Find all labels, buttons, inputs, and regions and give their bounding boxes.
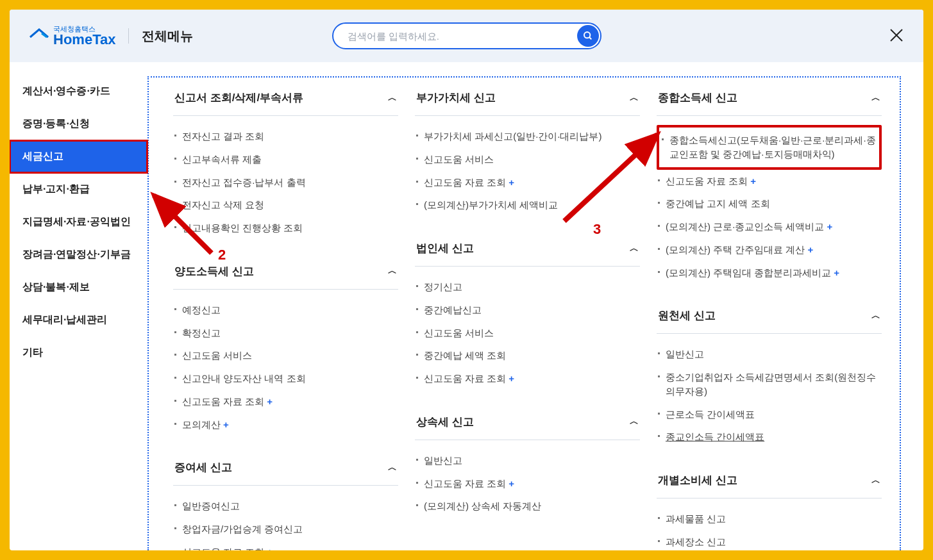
list-item[interactable]: (모의계산) 근로·종교인소득 세액비교+ [657, 215, 882, 238]
sidebar-item-incentive[interactable]: 장려금·연말정산·기부금 [10, 238, 147, 271]
list-item[interactable]: 신고도움 서비스 [415, 322, 640, 345]
group-inherit-tax: 상속세 신고 ︿ 일반신고 신고도움 자료 조회+ (모의계산) 상속세 자동계… [415, 402, 640, 518]
main-content: 신고서 조회/삭제/부속서류 ︿ 전자신고 결과 조회 신고부속서류 제출 전자… [147, 76, 901, 550]
list-item[interactable]: 중소기업취업자 소득세감면명세서 조회(원천징수의무자용) [657, 366, 882, 403]
sidebar-item-consult[interactable]: 상담·불복·제보 [10, 271, 147, 304]
plus-icon: + [509, 373, 514, 384]
sidebar-item-statement[interactable]: 지급명세·자료·공익법인 [10, 206, 147, 238]
list-item[interactable]: 신고안내 양도자산 내역 조회 [173, 367, 398, 390]
svg-point-0 [584, 32, 590, 38]
group-header[interactable]: 상속세 신고 ︿ [415, 402, 640, 440]
column-1: 신고서 조회/삭제/부속서류 ︿ 전자신고 결과 조회 신고부속서류 제출 전자… [173, 78, 398, 550]
plus-icon: + [509, 478, 514, 489]
logo[interactable]: 국세청홈택스 HomeTax [29, 26, 115, 47]
sidebar-item-payment[interactable]: 납부·고지·환급 [10, 173, 147, 206]
chevron-up-icon: ︿ [871, 475, 880, 486]
list-item[interactable]: 일반신고 [415, 449, 640, 472]
list-item[interactable]: (모의계산)부가가치세 세액비교 [415, 194, 640, 217]
list-item[interactable]: 신고도움 자료 조회+ [657, 170, 882, 193]
app-header: 국세청홈택스 HomeTax 전체메뉴 [10, 10, 923, 62]
search-input[interactable] [332, 22, 601, 49]
svg-line-1 [589, 37, 591, 39]
list-item[interactable]: 중간예납신고 [415, 299, 640, 322]
logo-eng-text: HomeTax [53, 33, 115, 47]
list-item[interactable]: (모의계산) 주택임대 종합분리과세비교+ [657, 261, 882, 284]
sidebar-item-invoice[interactable]: 계산서·영수증·카드 [10, 75, 147, 108]
search-container [332, 22, 601, 49]
sidebar-item-proxy[interactable]: 세무대리·납세관리 [10, 304, 147, 336]
plus-icon: + [509, 177, 514, 188]
list-item[interactable]: 모의계산+ [173, 413, 398, 436]
group-header[interactable]: 개별소비세 신고 ︿ [657, 460, 882, 498]
sidebar-item-tax-report[interactable]: 세금신고 [10, 140, 147, 173]
house-icon [29, 28, 49, 44]
list-item[interactable]: 신고도움 자료 조회+ [415, 367, 640, 390]
chevron-up-icon: ︿ [630, 92, 639, 104]
chevron-up-icon: ︿ [871, 310, 880, 322]
search-icon [583, 31, 593, 41]
list-item[interactable]: 신고도움 자료 조회+ [415, 171, 640, 194]
chevron-up-icon: ︿ [388, 265, 397, 277]
list-item[interactable]: (모의계산) 상속세 자동계산 [415, 495, 640, 518]
list-item[interactable]: 신고도움 자료 조회+ [173, 390, 398, 413]
group-global-income-tax: 종합소득세 신고 ︿ 종합소득세신고(모두채움·일반·근로·분리과세·종교인포함… [657, 78, 882, 284]
list-item[interactable]: 일반증여신고 [173, 495, 398, 518]
plus-icon: + [834, 267, 839, 278]
plus-icon: + [808, 244, 814, 255]
group-header[interactable]: 증여세 신고 ︿ [173, 447, 398, 486]
search-button[interactable] [577, 25, 599, 47]
list-item[interactable]: 부가가치세 과세신고(일반·간이·대리납부) [415, 125, 640, 148]
group-header[interactable]: 원천세 신고 ︿ [657, 295, 882, 334]
group-header[interactable]: 법인세 신고 ︿ [415, 228, 640, 267]
sidebar-item-certificate[interactable]: 증명·등록·신청 [10, 108, 147, 140]
column-3: 종합소득세 신고 ︿ 종합소득세신고(모두채움·일반·근로·분리과세·종교인포함… [657, 78, 882, 550]
group-header[interactable]: 신고서 조회/삭제/부속서류 ︿ [173, 78, 398, 116]
list-item[interactable]: 근로소득 간이세액표 [657, 403, 882, 426]
list-item[interactable]: 창업자금/가업승계 증여신고 [173, 518, 398, 541]
list-item[interactable]: 전자신고 결과 조회 [173, 125, 398, 148]
plus-icon: + [223, 419, 229, 430]
list-item[interactable]: 종교인소득 간이세액표 [657, 425, 882, 449]
column-2: 부가가치세 신고 ︿ 부가가치세 과세신고(일반·간이·대리납부) 신고도움 서… [415, 78, 640, 550]
list-item[interactable]: 신고도움 자료 조회+ [173, 541, 398, 550]
list-item[interactable]: 신고도움 자료 조회+ [415, 472, 640, 495]
list-item[interactable]: 중간예납 고지 세액 조회 [657, 192, 882, 215]
plus-icon: + [267, 547, 273, 550]
sidebar-item-other[interactable]: 기타 [10, 336, 147, 369]
list-item[interactable]: 과세장소 신고 [657, 531, 882, 550]
list-item[interactable]: 일반신고 [657, 343, 882, 366]
chevron-up-icon: ︿ [388, 462, 397, 474]
list-item[interactable]: 예정신고 [173, 299, 398, 322]
list-item[interactable]: (모의계산) 주택 간주임대료 계산+ [657, 238, 882, 261]
list-item[interactable]: 과세물품 신고 [657, 507, 882, 531]
plus-icon: + [750, 176, 756, 186]
list-item[interactable]: 중간예납 세액 조회 [415, 344, 640, 367]
group-transfer-tax: 양도소득세 신고 ︿ 예정신고 확정신고 신고도움 서비스 신고안내 양도자산 … [173, 251, 398, 436]
list-item[interactable]: 정기신고 [415, 276, 640, 299]
group-withholding-tax: 원천세 신고 ︿ 일반신고 중소기업취업자 소득세감면명세서 조회(원천징수의무… [657, 295, 882, 449]
divider [128, 28, 129, 44]
list-item[interactable]: 신고부속서류 제출 [173, 148, 398, 171]
list-item[interactable]: 신고도움 서비스 [173, 344, 398, 367]
group-gift-tax: 증여세 신고 ︿ 일반증여신고 창업자금/가업승계 증여신고 신고도움 자료 조… [173, 447, 398, 550]
group-report-lookup: 신고서 조회/삭제/부속서류 ︿ 전자신고 결과 조회 신고부속서류 제출 전자… [173, 78, 398, 240]
chevron-up-icon: ︿ [630, 416, 639, 427]
list-item[interactable]: 신고도움 서비스 [415, 148, 640, 171]
list-item[interactable]: 확정신고 [173, 322, 398, 345]
close-button[interactable] [887, 28, 905, 45]
group-header[interactable]: 종합소득세 신고 ︿ [657, 78, 882, 116]
group-header[interactable]: 부가가치세 신고 ︿ [415, 78, 640, 116]
plus-icon: + [267, 396, 273, 407]
group-excise-tax: 개별소비세 신고 ︿ 과세물품 신고 과세장소 신고 과세유흥장소 신고 과세영… [657, 460, 882, 550]
list-item[interactable]: 전자신고 접수증·납부서 출력 [173, 171, 398, 194]
page-title: 전체메뉴 [142, 28, 193, 45]
list-item-comprehensive-income[interactable]: 종합소득세신고(모두채움·일반·근로·분리과세·종교인포함 및 중간예납·토지등… [660, 129, 878, 166]
chevron-up-icon: ︿ [630, 243, 639, 254]
list-item[interactable]: 전자신고 삭제 요청 [173, 194, 398, 217]
plus-icon: + [827, 221, 833, 232]
sidebar: 계산서·영수증·카드 증명·등록·신청 세금신고 납부·고지·환급 지급명세·자… [10, 62, 147, 550]
group-header[interactable]: 양도소득세 신고 ︿ [173, 251, 398, 290]
chevron-up-icon: ︿ [388, 92, 397, 104]
list-item[interactable]: 신고내용확인 진행상황 조회 [173, 217, 398, 240]
group-corp-tax: 법인세 신고 ︿ 정기신고 중간예납신고 신고도움 서비스 중간예납 세액 조회… [415, 228, 640, 390]
